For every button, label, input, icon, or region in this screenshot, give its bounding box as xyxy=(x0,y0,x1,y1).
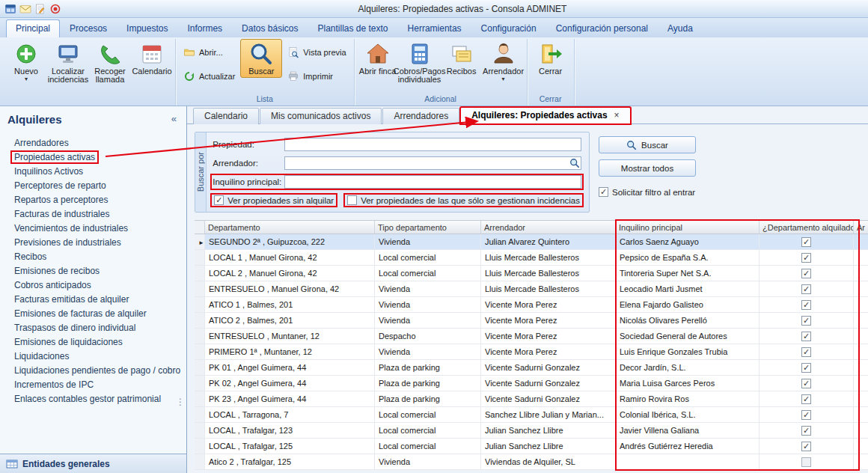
collapse-sidebar-icon[interactable]: « xyxy=(169,113,179,124)
table-row[interactable]: ► PK 02 , Angel Guimera, 44 Plaza de par… xyxy=(195,376,868,391)
sidebar-item[interactable]: Emisiones de facturas de alquiler xyxy=(12,307,186,321)
table-row[interactable]: ► ENTRESUELO , Manuel Girona, 42 Viviend… xyxy=(195,281,868,297)
ribbon-tab[interactable]: Procesos xyxy=(60,19,117,37)
table-row[interactable]: ► ATICO 1 , Balmes, 201 Vivienda Vicente… xyxy=(195,297,868,313)
table-row[interactable]: ► LOCAL , Trafalgar, 123 Local comercial… xyxy=(195,423,868,439)
alquilado-checkbox[interactable] xyxy=(801,347,811,357)
table-row[interactable]: ► LOCAL , Trafalgar, 125 Local comercial… xyxy=(195,439,868,454)
ribbon-tab[interactable]: Informes xyxy=(177,19,232,37)
ribbon-button[interactable]: Abrir... ▾ xyxy=(178,45,228,60)
filter-input[interactable] xyxy=(284,156,581,170)
lookup-search-icon[interactable] xyxy=(569,158,580,168)
ribbon-button[interactable]: Actualizar ▾ xyxy=(178,69,240,84)
ribbon-button[interactable]: Cobros/Pagos individuales ▾ xyxy=(399,39,441,86)
ribbon-tab[interactable]: Configuración xyxy=(471,19,546,37)
table-row[interactable]: ► PRIMERO 1ª , Muntaner, 12 Vivienda Vic… xyxy=(195,344,868,360)
record-icon[interactable] xyxy=(49,3,61,15)
ribbon-button[interactable]: Recibos ▾ xyxy=(441,39,483,78)
mail-icon[interactable] xyxy=(19,3,31,15)
alquilado-checkbox[interactable] xyxy=(801,237,811,247)
table-row[interactable]: ► PK 01 , Angel Guimera, 44 Plaza de par… xyxy=(195,360,868,376)
ribbon-button[interactable]: Vista previa ▾ xyxy=(282,45,351,60)
ribbon-button[interactable]: Localizar incidencias ▾ xyxy=(47,39,89,86)
ribbon-tab[interactable]: Impuestos xyxy=(117,19,177,37)
document-tab[interactable]: Alquileres: Propiedades activas × xyxy=(460,107,630,124)
sidebar-item[interactable]: Perceptores de reparto xyxy=(12,179,186,193)
ribbon-button[interactable]: Cerrar ▾ xyxy=(530,39,572,78)
sidebar-item[interactable]: Previsiones de industriales xyxy=(12,236,186,250)
document-tab[interactable]: Mis comunicados activos × xyxy=(260,108,382,124)
column-header[interactable]: Arrendador xyxy=(481,221,616,234)
sidebar-item[interactable]: Repartos a perceptores xyxy=(12,193,186,207)
ribbon-tab[interactable]: Configuración personal xyxy=(546,19,658,37)
alquilado-checkbox[interactable] xyxy=(801,316,811,326)
alquilado-checkbox[interactable] xyxy=(801,300,811,310)
column-header[interactable]: Inquilino principal xyxy=(616,221,760,234)
sidebar-item[interactable]: Incrementos de IPC xyxy=(12,378,186,392)
table-row[interactable]: ► LOCAL 1 , Manuel Girona, 42 Local come… xyxy=(195,250,868,266)
sidebar-item[interactable]: Cobros anticipados xyxy=(12,278,186,293)
ribbon-button[interactable]: Nuevo ▾ xyxy=(5,39,47,84)
close-tab-icon[interactable]: × xyxy=(614,110,620,120)
column-header[interactable]: Ar xyxy=(854,221,868,234)
sidebar-item[interactable]: Emisiones de liquidaciones xyxy=(12,335,186,350)
app-icon[interactable] xyxy=(4,3,16,15)
column-header[interactable]: Tipo departamento xyxy=(375,221,481,234)
alquilado-checkbox[interactable] xyxy=(801,379,811,388)
column-header[interactable]: Departamento xyxy=(205,221,375,234)
alquilado-checkbox[interactable] xyxy=(801,394,811,404)
table-row[interactable]: ► Atico 2 , Trafalgar, 125 Vivienda Vivi… xyxy=(195,454,868,470)
sidebar-item[interactable]: Facturas emitidas de alquiler xyxy=(12,293,186,307)
document-tab[interactable]: Calendario × xyxy=(193,108,259,124)
table-row[interactable]: ► ENTRESUELO , Muntaner, 12 Despacho Vic… xyxy=(195,329,868,344)
table-row[interactable]: ► LOCAL 2 , Manuel Girona, 42 Local come… xyxy=(195,266,868,281)
table-row[interactable]: ► PK 23 , Angel Guimera, 44 Plaza de par… xyxy=(195,391,868,407)
ribbon-tab[interactable]: Ayuda xyxy=(658,19,703,37)
ribbon-button[interactable]: Imprimir ▾ xyxy=(282,69,338,84)
alquilado-checkbox[interactable] xyxy=(801,363,811,373)
sidebar-item[interactable]: Enlaces contables gestor patrimonial xyxy=(12,392,186,406)
table-row[interactable]: ► LOCAL , Tarragona, 7 Local comercial S… xyxy=(195,407,868,423)
filter-checkbox[interactable]: Ver propiedades de las que sólo se gesti… xyxy=(344,194,583,207)
ribbon-tab[interactable]: Plantillas de texto xyxy=(308,19,397,37)
filter-checkbox[interactable]: Ver propiedades sin alquilar xyxy=(211,194,337,207)
ribbon-button[interactable]: Arrendador ▾ xyxy=(483,39,525,84)
sidebar-item[interactable]: Inquilinos Activos xyxy=(12,165,186,179)
alquilado-checkbox[interactable] xyxy=(801,332,811,341)
sidebar-item[interactable]: Traspasos de dinero individual xyxy=(12,321,186,335)
ribbon-tab[interactable]: Herramientas xyxy=(398,19,471,37)
table-row[interactable]: ► SEGUNDO 2ª , Guipuzcoa, 222 Vivienda J… xyxy=(195,234,868,250)
alquilado-checkbox[interactable] xyxy=(801,457,811,467)
ribbon-button[interactable]: Abrir finca ▾ xyxy=(357,39,399,78)
alquilado-checkbox[interactable] xyxy=(801,253,811,263)
filter-input[interactable] xyxy=(284,175,581,189)
ribbon-button[interactable]: Calendario ▾ xyxy=(131,39,173,78)
alquilado-checkbox[interactable] xyxy=(801,442,811,451)
sidebar-item[interactable]: Vencimientos de industriales xyxy=(12,222,186,236)
alquilado-checkbox[interactable] xyxy=(801,410,811,420)
sidebar-item[interactable]: Emisiones de recibos xyxy=(12,264,186,278)
column-header[interactable]: ¿Departamento alquilado? xyxy=(760,221,854,234)
alquilado-checkbox[interactable] xyxy=(801,269,811,278)
ribbon-button[interactable]: Recoger llamada ▾ xyxy=(89,39,131,86)
sidebar-item[interactable]: Propiedades activas xyxy=(12,150,186,165)
ribbon-button[interactable]: Buscar ▾ xyxy=(240,39,282,78)
table-row[interactable]: ► ATICO 2 , Balmes, 201 Vivienda Vicente… xyxy=(195,313,868,329)
document-tab[interactable]: Arrendadores × xyxy=(382,108,459,124)
filter-action-button[interactable]: Mostrar todos xyxy=(599,159,696,177)
alquilado-checkbox[interactable] xyxy=(801,284,811,294)
ribbon-tab[interactable]: Datos básicos xyxy=(232,19,308,37)
sidebar-item[interactable]: Facturas de industriales xyxy=(12,207,186,222)
note-icon[interactable] xyxy=(34,3,46,15)
sidebar-item[interactable]: Liquidaciones pendientes de pago / cobro xyxy=(12,364,186,378)
splitter-grip-icon[interactable]: ⋮ xyxy=(176,397,185,407)
sidebar-item[interactable]: Recibos xyxy=(12,250,186,264)
entry-filter-checkbox[interactable]: Solicitar filtro al entrar xyxy=(599,186,696,198)
sidebar-item[interactable]: Arrendadores xyxy=(12,136,186,150)
alquilado-checkbox[interactable] xyxy=(801,426,811,436)
sidebar-item[interactable]: Liquidaciones xyxy=(12,350,186,364)
filter-action-button[interactable]: Buscar xyxy=(599,136,696,153)
ribbon-tab[interactable]: Principal xyxy=(6,19,60,37)
sidebar-footer-entidades-generales[interactable]: Entidades generales xyxy=(0,454,186,473)
filter-input[interactable] xyxy=(284,138,581,151)
